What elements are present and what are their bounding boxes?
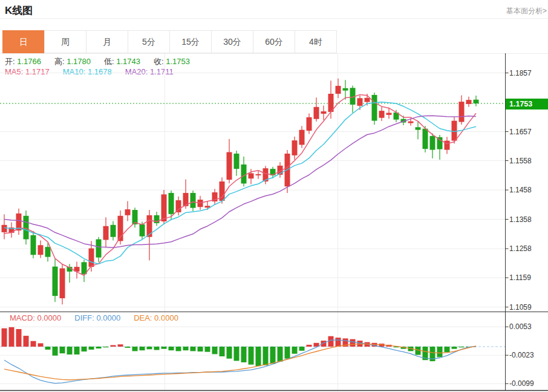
svg-text:1.1258: 1.1258 [509, 244, 532, 253]
kline-chart-area[interactable]: 1.18571.16571.15581.14581.13581.12581.11… [0, 53, 548, 392]
interval-tab-bar: 日周月5分15分30分60分4时 [2, 30, 337, 53]
kline-app: K线图 基本面分析> 日周月5分15分30分60分4时 开: 1.1766高: … [0, 0, 548, 392]
svg-text:-0.0023: -0.0023 [509, 351, 534, 359]
page-title: K线图 [5, 4, 33, 18]
svg-text:1.1657: 1.1657 [509, 128, 532, 136]
tab-60min[interactable]: 60分 [253, 30, 295, 53]
tab-4hour[interactable]: 4时 [295, 30, 337, 53]
svg-text:1.1857: 1.1857 [509, 69, 532, 77]
tab-day[interactable]: 日 [2, 30, 45, 53]
svg-text:0.0053: 0.0053 [509, 322, 532, 331]
svg-text:1.1059: 1.1059 [509, 303, 532, 312]
fundamental-analysis-link[interactable]: 基本面分析> [506, 6, 547, 16]
tab-30min[interactable]: 30分 [211, 30, 253, 53]
tab-week[interactable]: 周 [44, 30, 86, 53]
svg-text:1.1358: 1.1358 [509, 215, 532, 224]
tab-month[interactable]: 月 [86, 30, 128, 53]
svg-text:1.1458: 1.1458 [509, 186, 532, 194]
current-price-tag: 1.1753 [506, 99, 548, 109]
svg-text:1.1558: 1.1558 [509, 157, 532, 165]
svg-text:1.1159: 1.1159 [509, 273, 531, 282]
tab-15min[interactable]: 15分 [169, 30, 212, 53]
header-divider [0, 18, 548, 19]
tab-5min[interactable]: 5分 [128, 30, 170, 53]
svg-text:-0.0099: -0.0099 [509, 379, 534, 388]
